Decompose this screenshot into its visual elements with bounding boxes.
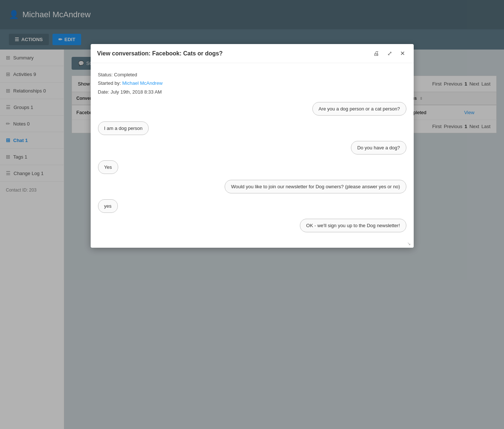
expand-button[interactable]: ⤢ (385, 49, 394, 58)
modal-title: View conversation: Facebook: Cats or dog… (97, 50, 223, 57)
chat-bubble-left: Yes (98, 160, 406, 174)
bubble-text: Are you a dog person or a cat person? (312, 102, 406, 116)
chat-bubble-right: Would you like to join our newsletter fo… (98, 180, 406, 193)
modal-actions: 🖨 ⤢ ✕ (371, 49, 407, 58)
bubble-text: Yes (98, 160, 118, 174)
chat-area: Are you a dog person or a cat person?I a… (98, 102, 406, 232)
chat-bubble-left: yes (98, 199, 406, 213)
modal-body: Status: Completed Started by: Michael Mc… (91, 63, 414, 240)
print-button[interactable]: 🖨 (371, 50, 381, 58)
modal-started-by: Started by: Michael McAndrew (98, 79, 406, 87)
modal-dialog: View conversation: Facebook: Cats or dog… (91, 44, 414, 248)
modal-meta: Status: Completed Started by: Michael Mc… (98, 70, 406, 96)
modal-started-by-link[interactable]: Michael McAndrew (122, 80, 163, 86)
modal-status: Status: Completed (98, 70, 406, 79)
bubble-text: Do you have a dog? (351, 141, 406, 154)
bubble-text: OK - we'll sign you up to the Dog newsle… (300, 219, 406, 232)
modal-overlay[interactable]: View conversation: Facebook: Cats or dog… (0, 0, 504, 429)
chat-bubble-right: Are you a dog person or a cat person? (98, 102, 406, 116)
bubble-text: Would you like to join our newsletter fo… (225, 180, 406, 193)
chat-bubble-right: OK - we'll sign you up to the Dog newsle… (98, 219, 406, 232)
close-button[interactable]: ✕ (398, 49, 407, 58)
bubble-text: I am a dog person (98, 121, 149, 135)
bubble-text: yes (98, 199, 118, 213)
chat-bubble-right: Do you have a dog? (98, 141, 406, 154)
modal-date: Date: July 19th, 2018 8:33 AM (98, 88, 406, 96)
modal-header: View conversation: Facebook: Cats or dog… (91, 44, 414, 63)
chat-bubble-left: I am a dog person (98, 121, 406, 135)
resize-handle[interactable]: ↘ (91, 240, 414, 248)
